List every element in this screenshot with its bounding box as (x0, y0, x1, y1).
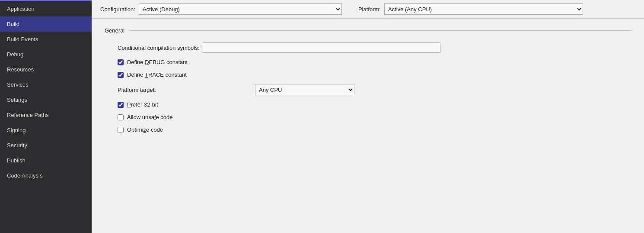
general-section-heading: General (105, 27, 631, 34)
define-debug-label[interactable]: Define DEBUG constant (127, 59, 188, 65)
configuration-label: Configuration: (100, 6, 135, 13)
platform-target-label: Platform target: (118, 87, 252, 93)
platform-target-row: Platform target: Any CPUx86x64ARM (105, 84, 631, 95)
sidebar: ApplicationBuildBuild EventsDebugResourc… (0, 0, 92, 233)
optimize-code-checkbox[interactable] (118, 127, 124, 133)
sidebar-item-build-events[interactable]: Build Events (0, 32, 92, 47)
prefer-32bit-checkbox[interactable] (118, 102, 124, 108)
platform-group: Platform: Active (Any CPU)Any CPUx86x64 (358, 3, 583, 15)
optimize-code-row: Optimize code (105, 126, 631, 133)
sidebar-item-services[interactable]: Services (0, 77, 92, 92)
allow-unsafe-row: Allow unsafe code (105, 114, 631, 120)
define-trace-checkbox[interactable] (118, 72, 124, 78)
sidebar-item-settings[interactable]: Settings (0, 92, 92, 107)
platform-label: Platform: (358, 6, 381, 13)
main-panel: Configuration: Active (Debug)DebugReleas… (92, 0, 644, 233)
sidebar-item-debug[interactable]: Debug (0, 47, 92, 62)
define-debug-checkbox[interactable] (118, 59, 124, 65)
conditional-compilation-input[interactable] (203, 42, 440, 53)
prefer-32bit-row: Prefer 32-bit (105, 101, 631, 108)
platform-select[interactable]: Active (Any CPU)Any CPUx86x64 (384, 3, 583, 15)
define-trace-label[interactable]: Define TRACE constant (127, 71, 187, 78)
sidebar-item-reference-paths[interactable]: Reference Paths (0, 107, 92, 123)
configuration-select[interactable]: Active (Debug)DebugRelease (139, 3, 342, 15)
platform-target-select[interactable]: Any CPUx86x64ARM (255, 84, 354, 95)
content-area: General Conditional compilation symbols:… (92, 19, 644, 233)
conditional-compilation-label: Conditional compilation symbols: (118, 45, 199, 51)
conditional-compilation-row: Conditional compilation symbols: (105, 42, 631, 53)
sidebar-item-application[interactable]: Application (0, 1, 92, 16)
define-debug-row: Define DEBUG constant (105, 59, 631, 65)
section-divider (130, 30, 631, 31)
sidebar-item-signing[interactable]: Signing (0, 123, 92, 138)
top-bar: Configuration: Active (Debug)DebugReleas… (92, 0, 644, 19)
sidebar-item-build[interactable]: Build (0, 16, 92, 32)
optimize-code-label[interactable]: Optimize code (127, 126, 163, 133)
sidebar-item-resources[interactable]: Resources (0, 62, 92, 77)
general-label: General (105, 27, 124, 34)
allow-unsafe-label[interactable]: Allow unsafe code (127, 114, 173, 120)
sidebar-item-security[interactable]: Security (0, 138, 92, 153)
allow-unsafe-checkbox[interactable] (118, 114, 124, 120)
sidebar-item-publish[interactable]: Publish (0, 153, 92, 168)
define-trace-row: Define TRACE constant (105, 71, 631, 78)
prefer-32bit-label[interactable]: Prefer 32-bit (127, 101, 158, 108)
sidebar-item-code-analysis[interactable]: Code Analysis (0, 168, 92, 183)
configuration-group: Configuration: Active (Debug)DebugReleas… (100, 3, 342, 15)
